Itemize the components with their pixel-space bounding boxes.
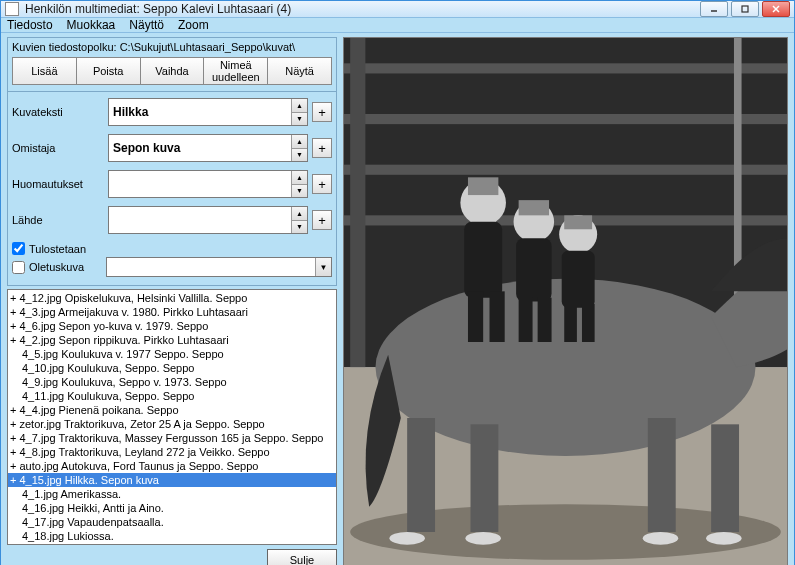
file-list[interactable]: + 4_12.jpg Opiskelukuva, Helsinki Vallil…: [7, 289, 337, 545]
kuvateksti-label: Kuvateksti: [12, 106, 108, 118]
file-list-item[interactable]: + 4_8.jpg Traktorikuva, Leyland 272 ja V…: [8, 445, 336, 459]
svg-rect-27: [468, 291, 483, 342]
menubar: Tiedosto Muokkaa Näyttö Zoom: [1, 18, 794, 33]
huomautukset-add-button[interactable]: +: [312, 174, 332, 194]
file-list-item[interactable]: 4_17.jpg Vapaudenpatsaalla.: [8, 515, 336, 529]
svg-rect-30: [519, 200, 549, 215]
file-list-item[interactable]: + 4_6.jpg Sepon yo-kuva v. 1979. Seppo: [8, 319, 336, 333]
huomautukset-input[interactable]: ▲▼: [108, 170, 308, 198]
svg-rect-8: [344, 165, 787, 175]
file-list-item[interactable]: 4_10.jpg Koulukuva, Seppo. Seppo: [8, 361, 336, 375]
file-list-item[interactable]: 4_18.jpg Lukiossa.: [8, 529, 336, 543]
svg-point-20: [465, 532, 500, 545]
maximize-button[interactable]: [731, 1, 759, 17]
fields-panel: Kuvateksti Hilkka ▲▼ + Omistaja Sepon ku…: [7, 92, 337, 286]
svg-rect-15: [407, 418, 435, 532]
sulje-button[interactable]: Sulje: [267, 549, 337, 565]
file-list-item[interactable]: 4_9.jpg Koulukuva, Seppo v. 1973. Seppo: [8, 375, 336, 389]
svg-rect-18: [711, 424, 739, 532]
lahde-input[interactable]: ▲▼: [108, 206, 308, 234]
svg-point-19: [389, 532, 424, 545]
svg-rect-17: [648, 418, 676, 532]
oletuskuva-checkbox[interactable]: [12, 261, 25, 274]
svg-rect-37: [564, 304, 577, 342]
file-list-item[interactable]: + 4_3.jpg Armeijakuva v. 1980. Pirkko Lu…: [8, 305, 336, 319]
svg-point-22: [706, 532, 741, 545]
menu-zoom[interactable]: Zoom: [178, 18, 209, 32]
file-list-item[interactable]: + 4_15.jpg Hilkka. Sepon kuva: [8, 473, 336, 487]
nimea-button[interactable]: Nimeä uudelleen: [204, 58, 268, 84]
file-list-item[interactable]: 4_16.jpg Heikki, Antti ja Aino.: [8, 501, 336, 515]
content-area: Kuvien tiedostopolku: C:\Sukujut\Luhtasa…: [1, 33, 794, 565]
huomautukset-spinner[interactable]: ▲▼: [291, 171, 307, 197]
nayta-button[interactable]: Näytä: [268, 58, 331, 84]
omistaja-label: Omistaja: [12, 142, 108, 154]
file-list-item[interactable]: + 4_2.jpg Sepon rippikuva. Pirkko Luhtas…: [8, 333, 336, 347]
close-button[interactable]: [762, 1, 790, 17]
svg-rect-32: [519, 298, 533, 342]
poista-button[interactable]: Poista: [77, 58, 141, 84]
toolbar: Lisää Poista Vaihda Nimeä uudelleen Näyt…: [12, 57, 332, 85]
menu-naytto[interactable]: Näyttö: [129, 18, 164, 32]
omistaja-add-button[interactable]: +: [312, 138, 332, 158]
window-controls: [700, 1, 790, 17]
svg-rect-16: [471, 424, 499, 532]
tulostetaan-label: Tulostetaan: [29, 243, 86, 255]
photo: [344, 38, 787, 565]
lisaa-button[interactable]: Lisää: [13, 58, 77, 84]
window-title: Henkilön multimediat: Seppo Kalevi Luhta…: [25, 2, 700, 16]
kuvateksti-add-button[interactable]: +: [312, 102, 332, 122]
file-list-item[interactable]: + zetor.jpg Traktorikuva, Zetor 25 A ja …: [8, 417, 336, 431]
svg-rect-26: [464, 222, 502, 298]
titlebar: Henkilön multimediat: Seppo Kalevi Luhta…: [1, 1, 794, 18]
file-list-item[interactable]: + 4_12.jpg Opiskelukuva, Helsinki Vallil…: [8, 291, 336, 305]
lahde-label: Lähde: [12, 214, 108, 226]
oletuskuva-combo[interactable]: ▼: [106, 257, 332, 277]
svg-rect-10: [350, 38, 365, 367]
app-window: Henkilön multimediat: Seppo Kalevi Luhta…: [0, 0, 795, 565]
menu-tiedosto[interactable]: Tiedosto: [7, 18, 53, 32]
svg-rect-1: [742, 6, 748, 12]
omistaja-spinner[interactable]: ▲▼: [291, 135, 307, 161]
lahde-add-button[interactable]: +: [312, 210, 332, 230]
left-panel: Kuvien tiedostopolku: C:\Sukujut\Luhtasa…: [7, 37, 337, 565]
path-label: Kuvien tiedostopolku: C:\Sukujut\Luhtasa…: [12, 41, 332, 53]
svg-rect-25: [468, 177, 498, 195]
tulostetaan-checkbox[interactable]: [12, 242, 25, 255]
image-preview: [343, 37, 788, 565]
svg-point-21: [643, 532, 678, 545]
file-list-item[interactable]: 4_11.jpg Koulukuva, Seppo. Seppo: [8, 389, 336, 403]
file-list-item[interactable]: 4_5.jpg Koulukuva v. 1977 Seppo. Seppo: [8, 347, 336, 361]
kuvateksti-input[interactable]: Hilkka ▲▼: [108, 98, 308, 126]
menu-muokkaa[interactable]: Muokkaa: [67, 18, 116, 32]
file-list-item[interactable]: + 4_4.jpg Pienenä poikana. Seppo: [8, 403, 336, 417]
lahde-spinner[interactable]: ▲▼: [291, 207, 307, 233]
minimize-button[interactable]: [700, 1, 728, 17]
kuvateksti-spinner[interactable]: ▲▼: [291, 99, 307, 125]
file-list-item[interactable]: 4_1.jpg Amerikassa.: [8, 487, 336, 501]
omistaja-input[interactable]: Sepon kuva ▲▼: [108, 134, 308, 162]
svg-rect-31: [516, 238, 551, 301]
huomautukset-label: Huomautukset: [12, 178, 108, 190]
svg-rect-33: [538, 298, 552, 342]
svg-rect-38: [582, 304, 595, 342]
kuvateksti-value: Hilkka: [113, 105, 148, 119]
svg-rect-6: [344, 63, 787, 73]
svg-rect-7: [344, 114, 787, 124]
vaihda-button[interactable]: Vaihda: [141, 58, 205, 84]
svg-rect-36: [562, 251, 595, 308]
file-list-item[interactable]: + 4_7.jpg Traktorikuva, Massey Fergusson…: [8, 431, 336, 445]
chevron-down-icon[interactable]: ▼: [315, 258, 331, 276]
svg-rect-35: [564, 215, 592, 229]
svg-rect-28: [490, 291, 505, 342]
oletuskuva-label: Oletuskuva: [29, 261, 84, 273]
omistaja-value: Sepon kuva: [113, 141, 180, 155]
file-list-item[interactable]: + auto.jpg Autokuva, Ford Taunus ja Sepp…: [8, 459, 336, 473]
path-toolbar-box: Kuvien tiedostopolku: C:\Sukujut\Luhtasa…: [7, 37, 337, 92]
app-icon: [5, 2, 19, 16]
